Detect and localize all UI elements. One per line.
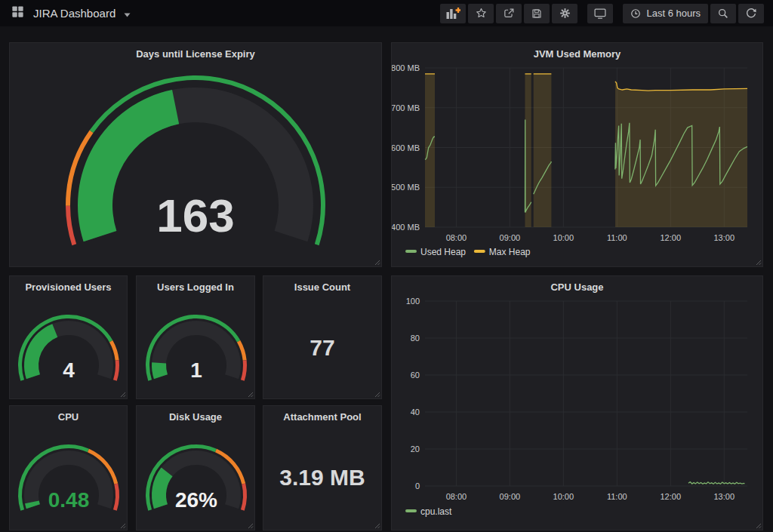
star-icon — [475, 7, 488, 20]
y-tick-label: 100 — [406, 297, 420, 306]
gauge-value: 0.48 — [48, 488, 90, 512]
share-icon — [503, 7, 516, 20]
panel-cpu: CPU 0.48 — [9, 405, 128, 530]
attachment-pool-value: 3.19 MB — [279, 465, 365, 490]
x-tick-label: 10:00 — [553, 233, 574, 242]
x-tick-label: 13:00 — [713, 492, 735, 501]
provisioned-users-gauge: 4 — [10, 276, 127, 398]
panel-title[interactable]: Provisioned Users — [10, 276, 127, 293]
x-tick-label: 08:00 — [446, 233, 467, 242]
panel-title[interactable]: Attachment Pool — [263, 406, 381, 423]
cpu-gauge: 0.48 — [10, 406, 127, 530]
panel-disk-usage: Disk Usage 26% — [136, 405, 255, 530]
panel-title[interactable]: Issue Count — [263, 276, 381, 293]
y-tick-label: 80 — [411, 334, 420, 343]
cycle-view-button[interactable] — [587, 4, 613, 23]
x-tick-label: 12:00 — [661, 233, 682, 242]
y-tick-label: 400 MB — [392, 223, 420, 232]
gear-icon — [559, 7, 571, 20]
panel-jvm-used-memory: JVM Used Memory 400 MB500 MB600 MB700 MB… — [391, 42, 763, 267]
grid-icon — [11, 5, 25, 22]
x-tick-label: 12:00 — [661, 492, 682, 501]
time-range-button[interactable]: Last 6 hours — [623, 4, 708, 23]
gauge-svg: 0.48 — [10, 406, 127, 530]
panel-attachment-pool: Attachment Pool 3.19 MB — [263, 405, 382, 530]
time-range-label: Last 6 hours — [646, 8, 701, 19]
share-button[interactable] — [496, 4, 522, 23]
y-tick-label: 40 — [411, 407, 420, 417]
y-tick-label: 700 MB — [392, 103, 420, 112]
zoom-out-button[interactable] — [710, 4, 736, 23]
panel-title[interactable]: CPU Usage — [392, 276, 762, 293]
gauge-svg: 1 — [137, 276, 254, 398]
save-icon — [531, 8, 543, 20]
panel-title[interactable]: Users Logged In — [137, 276, 254, 293]
y-tick-label: 60 — [411, 371, 420, 380]
panel-cpu-usage: CPU Usage 02040608010008:0009:0010:0011:… — [391, 275, 763, 530]
y-tick-label: 20 — [411, 444, 420, 454]
x-tick-label: 09:00 — [500, 492, 521, 501]
clock-icon — [630, 8, 641, 19]
chart-svg: 02040608010008:0009:0010:0011:0012:0013:… — [392, 276, 762, 530]
resize-handle[interactable] — [374, 391, 380, 398]
panel-title[interactable]: JVM Used Memory — [392, 43, 762, 60]
panel-title[interactable]: CPU — [10, 406, 127, 423]
resize-handle[interactable] — [119, 522, 126, 529]
x-tick-label: 08:00 — [446, 492, 467, 501]
legend-marker — [474, 250, 485, 253]
jvm-memory-chart[interactable]: 400 MB500 MB600 MB700 MB800 MB08:0009:00… — [392, 43, 762, 266]
refresh-icon — [745, 8, 757, 20]
resize-handle[interactable] — [755, 522, 762, 529]
disk-usage-gauge: 26% — [137, 406, 254, 530]
issue-count-value: 77 — [310, 335, 334, 361]
panel-issue-count: Issue Count 77 — [263, 275, 382, 399]
y-tick-label: 500 MB — [392, 183, 420, 192]
refresh-button[interactable] — [738, 4, 764, 23]
y-tick-label: 0 — [415, 481, 420, 490]
legend-item-cpu-last[interactable]: cpu.last — [420, 506, 452, 517]
panel-title[interactable]: Disk Usage — [137, 406, 254, 423]
legend-marker — [405, 509, 417, 512]
gauge-svg: 163 — [10, 43, 381, 266]
resize-handle[interactable] — [247, 391, 254, 398]
navbar: JIRA Dashboard Last 6 hours — [0, 0, 773, 26]
gauge-svg: 26% — [137, 406, 254, 530]
gauge-value: 26% — [175, 488, 217, 512]
resize-handle[interactable] — [374, 522, 380, 529]
cpu-usage-chart[interactable]: 02040608010008:0009:0010:0011:0012:0013:… — [392, 276, 762, 530]
legend-item-max-heap[interactable]: Max Heap — [489, 247, 531, 257]
panel-users-logged-in: Users Logged In 1 — [136, 275, 255, 399]
legend-marker — [405, 250, 417, 253]
gauge-value: 163 — [156, 189, 234, 241]
add-panel-icon — [446, 8, 460, 19]
gauge-value: 1 — [190, 358, 202, 382]
y-tick-label: 800 MB — [392, 63, 420, 72]
magnifier-icon — [717, 8, 729, 20]
x-tick-label: 11:00 — [607, 233, 627, 242]
legend-item-used-heap[interactable]: Used Heap — [420, 247, 466, 257]
license-expiry-gauge: 163 — [10, 43, 381, 266]
monitor-icon — [593, 8, 607, 20]
x-tick-label: 10:00 — [553, 492, 574, 501]
save-button[interactable] — [524, 4, 550, 23]
panel-title[interactable]: Days until License Expiry — [10, 43, 381, 60]
chevron-down-icon — [124, 7, 131, 20]
toolbar: Last 6 hours — [438, 4, 764, 23]
x-tick-label: 09:00 — [500, 233, 521, 242]
add-panel-button[interactable] — [440, 4, 466, 23]
x-tick-label: 11:00 — [607, 492, 627, 501]
star-button[interactable] — [468, 4, 494, 23]
y-tick-label: 600 MB — [392, 143, 420, 152]
resize-handle[interactable] — [247, 522, 254, 529]
page-title: JIRA Dashboard — [33, 7, 115, 20]
panel-days-until-license-expiry: Days until License Expiry 163 — [9, 42, 382, 267]
resize-handle[interactable] — [119, 391, 126, 398]
settings-button[interactable] — [552, 4, 577, 23]
dashboard-title-dropdown[interactable]: JIRA Dashboard — [11, 5, 131, 22]
gauge-svg: 4 — [10, 276, 127, 398]
users-logged-in-gauge: 1 — [137, 276, 254, 398]
x-tick-label: 13:00 — [713, 233, 735, 242]
resize-handle[interactable] — [374, 259, 380, 266]
panel-provisioned-users: Provisioned Users 4 — [9, 275, 128, 399]
resize-handle[interactable] — [755, 259, 762, 266]
